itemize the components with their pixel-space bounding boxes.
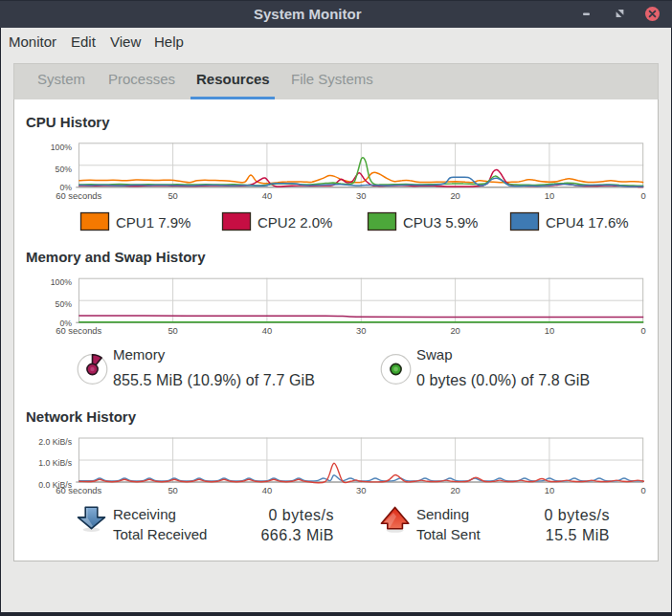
svg-text:50: 50 — [168, 190, 177, 201]
svg-text:1.0 KiB/s: 1.0 KiB/s — [38, 458, 72, 468]
svg-text:0: 0 — [641, 325, 646, 336]
svg-text:30: 30 — [356, 325, 366, 336]
svg-text:60 seconds: 60 seconds — [56, 190, 101, 201]
svg-text:0: 0 — [641, 190, 646, 201]
svg-text:2.0 KiB/s: 2.0 KiB/s — [38, 437, 72, 447]
svg-text:10: 10 — [545, 485, 554, 495]
svg-text:50%: 50% — [56, 165, 73, 174]
svg-text:30: 30 — [356, 485, 366, 495]
svg-text:60 seconds: 60 seconds — [56, 485, 101, 495]
svg-text:100%: 100% — [51, 277, 72, 287]
svg-text:40: 40 — [262, 190, 272, 201]
svg-text:50%: 50% — [56, 299, 73, 309]
svg-text:20: 20 — [450, 485, 459, 495]
svg-text:100%: 100% — [51, 143, 72, 152]
svg-text:50: 50 — [168, 325, 177, 336]
svg-text:50: 50 — [168, 485, 177, 495]
svg-text:0: 0 — [641, 485, 646, 495]
svg-text:10: 10 — [545, 325, 554, 336]
svg-text:20: 20 — [450, 190, 459, 201]
svg-text:40: 40 — [262, 485, 272, 495]
svg-text:20: 20 — [450, 325, 459, 336]
svg-text:40: 40 — [262, 325, 272, 336]
svg-text:30: 30 — [356, 190, 366, 201]
svg-text:60 seconds: 60 seconds — [56, 325, 101, 336]
svg-text:10: 10 — [545, 190, 554, 201]
